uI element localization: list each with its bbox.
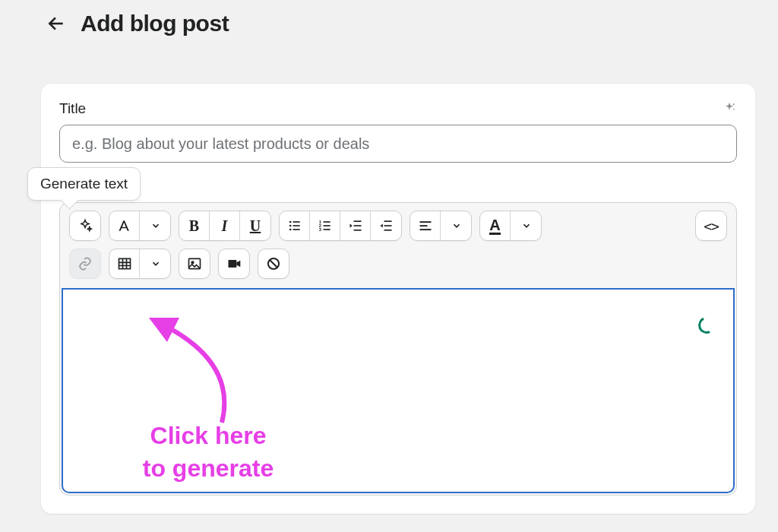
back-button[interactable] bbox=[44, 11, 68, 36]
svg-rect-16 bbox=[353, 225, 361, 226]
svg-rect-19 bbox=[384, 220, 392, 222]
svg-rect-7 bbox=[293, 225, 299, 226]
content-textarea[interactable] bbox=[62, 288, 735, 493]
paragraph-style-dropdown[interactable] bbox=[140, 211, 170, 240]
paragraph-style-button[interactable] bbox=[109, 211, 140, 240]
table-dropdown[interactable] bbox=[140, 249, 170, 278]
text-color-group: A bbox=[479, 211, 542, 241]
align-button[interactable] bbox=[410, 211, 441, 240]
svg-rect-15 bbox=[353, 220, 361, 222]
bold-icon: B bbox=[189, 217, 199, 235]
toolbar-row-1: B I U 123 bbox=[60, 203, 736, 241]
svg-text:3: 3 bbox=[318, 227, 321, 232]
svg-line-36 bbox=[270, 260, 277, 268]
alignment-group bbox=[410, 211, 472, 241]
image-button[interactable] bbox=[179, 249, 210, 279]
svg-rect-25 bbox=[419, 229, 431, 230]
title-input[interactable] bbox=[59, 125, 737, 163]
svg-marker-18 bbox=[349, 224, 352, 228]
svg-point-2 bbox=[733, 109, 735, 110]
underline-icon: U bbox=[250, 217, 261, 235]
generate-text-tooltip: Generate text bbox=[27, 167, 141, 201]
svg-point-3 bbox=[289, 221, 291, 223]
svg-point-1 bbox=[733, 103, 735, 105]
editor-card: Generate text Title bbox=[41, 84, 755, 514]
bullet-list-button[interactable] bbox=[280, 211, 310, 240]
underline-button[interactable]: U bbox=[240, 211, 270, 240]
numbered-list-button[interactable]: 123 bbox=[310, 211, 340, 240]
outdent-button[interactable] bbox=[340, 211, 371, 240]
svg-point-32 bbox=[191, 261, 194, 264]
svg-marker-34 bbox=[236, 261, 240, 267]
svg-rect-20 bbox=[384, 225, 392, 226]
loading-spinner-icon bbox=[696, 315, 717, 336]
link-button bbox=[69, 249, 101, 279]
indent-button[interactable] bbox=[371, 211, 401, 240]
table-group bbox=[109, 249, 171, 279]
list-indent-group: 123 bbox=[279, 211, 402, 241]
svg-marker-22 bbox=[381, 224, 383, 228]
video-button[interactable] bbox=[218, 249, 250, 279]
svg-rect-8 bbox=[293, 229, 299, 230]
bold-button[interactable]: B bbox=[179, 211, 210, 240]
ai-sparkle-icon[interactable] bbox=[722, 101, 737, 116]
view-source-button[interactable]: <> bbox=[695, 211, 727, 241]
table-button[interactable] bbox=[109, 249, 140, 278]
paragraph-style-group bbox=[109, 211, 171, 241]
toolbar-row-2 bbox=[60, 241, 736, 288]
page-title: Add blog post bbox=[81, 11, 229, 36]
align-dropdown[interactable] bbox=[441, 211, 471, 240]
svg-rect-23 bbox=[419, 221, 431, 223]
rich-text-editor: B I U 123 bbox=[59, 202, 737, 496]
clear-formatting-button[interactable] bbox=[258, 249, 289, 279]
svg-rect-24 bbox=[419, 225, 427, 226]
text-color-icon: A bbox=[489, 217, 500, 235]
svg-rect-13 bbox=[323, 225, 330, 226]
italic-button[interactable]: I bbox=[210, 211, 240, 240]
svg-rect-21 bbox=[384, 230, 392, 231]
svg-rect-26 bbox=[119, 258, 130, 268]
svg-point-4 bbox=[289, 225, 291, 227]
svg-point-5 bbox=[289, 229, 291, 231]
title-label: Title bbox=[59, 100, 86, 117]
text-format-group: B I U bbox=[179, 211, 271, 241]
svg-rect-14 bbox=[323, 229, 330, 230]
svg-rect-12 bbox=[323, 221, 330, 223]
svg-rect-6 bbox=[293, 221, 299, 223]
svg-rect-33 bbox=[229, 260, 237, 268]
text-color-button[interactable]: A bbox=[480, 211, 511, 240]
text-color-dropdown[interactable] bbox=[511, 211, 541, 240]
generate-text-button[interactable] bbox=[69, 211, 101, 241]
italic-icon: I bbox=[222, 217, 228, 235]
svg-rect-17 bbox=[353, 230, 361, 231]
